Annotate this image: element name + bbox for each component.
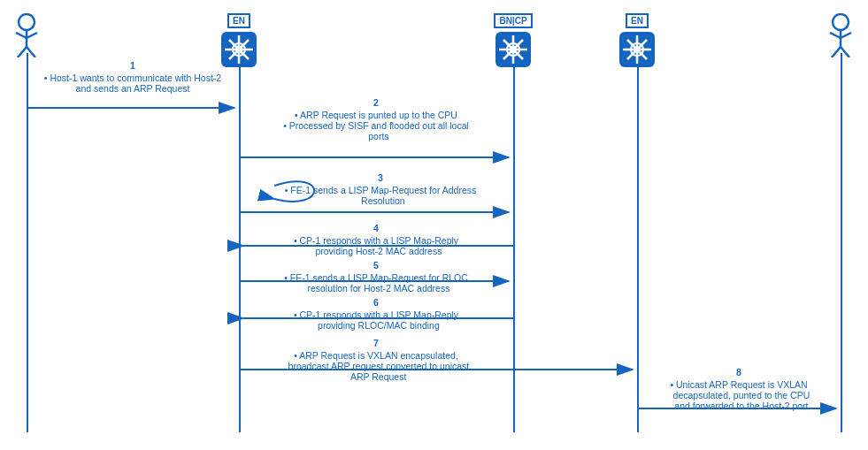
step8-label: 8 • Unicast ARP Request is VXLAN decapsu… bbox=[646, 367, 832, 411]
step3-label: 3 • FE-1 sends a LISP Map-Request for Ad… bbox=[274, 172, 487, 206]
en2-node: EN bbox=[618, 13, 657, 69]
en2-label: EN bbox=[626, 13, 649, 28]
step7-label: 7 • ARP Request is VXLAN encapsulated, b… bbox=[257, 338, 495, 382]
svg-line-29 bbox=[830, 33, 841, 38]
en1-label: EN bbox=[227, 13, 250, 28]
svg-point-26 bbox=[634, 46, 641, 53]
step4-label: 4 • CP-1 responds with a LISP Map-Reply … bbox=[257, 223, 495, 256]
svg-point-27 bbox=[833, 14, 849, 30]
svg-line-3 bbox=[27, 33, 37, 38]
lifeline-en1 bbox=[239, 53, 241, 432]
svg-point-12 bbox=[235, 46, 242, 53]
step1-label: 1 • Host-1 wants to communicate with Hos… bbox=[35, 60, 230, 94]
lifeline-host2 bbox=[841, 53, 842, 432]
svg-line-31 bbox=[832, 47, 841, 57]
svg-line-5 bbox=[27, 47, 35, 57]
svg-line-2 bbox=[16, 33, 27, 38]
step2-label: 2 • ARP Request is punted up to the CPU•… bbox=[257, 97, 495, 141]
bncp-label: BN|CP bbox=[494, 13, 532, 28]
diagram: EN BN|CP EN bbox=[0, 0, 868, 450]
lifeline-bncp bbox=[513, 53, 515, 432]
svg-point-19 bbox=[510, 46, 517, 53]
host2-icon bbox=[825, 13, 856, 57]
bncp-node: BN|CP bbox=[494, 13, 533, 69]
host1-icon bbox=[11, 13, 42, 57]
lifeline-en2 bbox=[637, 53, 639, 432]
svg-line-30 bbox=[841, 33, 851, 38]
svg-point-0 bbox=[19, 14, 35, 30]
step6-label: 6 • CP-1 responds with a LISP Map-Reply … bbox=[257, 297, 495, 331]
svg-line-32 bbox=[841, 47, 849, 57]
svg-line-4 bbox=[18, 47, 27, 57]
lifeline-host1 bbox=[27, 53, 28, 432]
step5-label: 5 • FE-1 sends a LISP Map-Request for RL… bbox=[257, 260, 495, 294]
